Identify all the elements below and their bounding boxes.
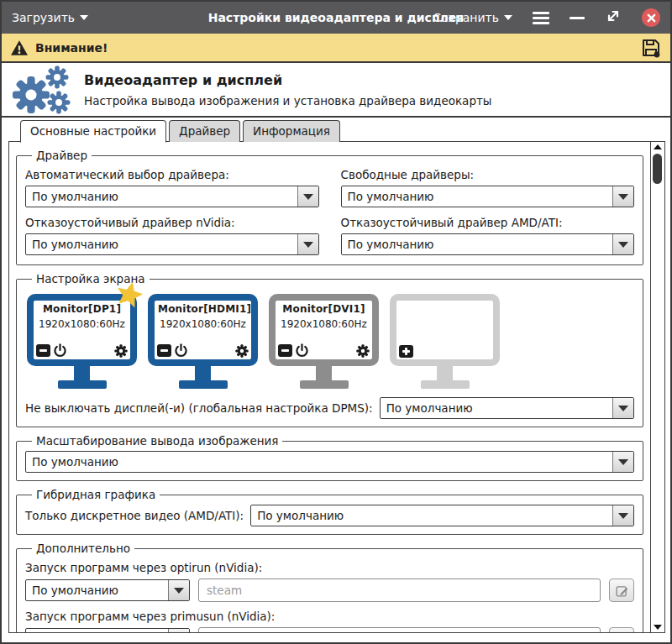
scroll-down-button[interactable] (651, 625, 664, 630)
driver-auto-select[interactable]: По умолчанию (25, 186, 319, 207)
monitor-power-button[interactable] (53, 343, 67, 358)
power-icon (295, 343, 309, 358)
power-icon (53, 343, 67, 358)
group-scaling-legend: Масштабирование вывода изображения (32, 434, 282, 448)
dropdown-arrow-icon (612, 505, 633, 526)
hybrid-discrete-label: Только дискретное видео (AMD/ATI): (25, 509, 244, 522)
titlebar: Настройки видеоадаптера и дисплея Загруз… (2, 2, 670, 34)
dropdown-arrow-icon (297, 234, 318, 254)
hamburger-menu-button[interactable] (533, 12, 549, 24)
monitor-power-button[interactable] (295, 343, 309, 358)
group-hybrid: Гибридная графика Только дискретное виде… (16, 488, 643, 535)
warning-label: Внимание! (35, 41, 108, 55)
primary-star-icon (115, 280, 144, 309)
optirun-edit-button[interactable] (609, 579, 634, 602)
monitor-settings-button[interactable] (114, 344, 128, 358)
monitor-disable-button[interactable] (36, 344, 50, 357)
monitor-base (300, 380, 349, 389)
driver-failsafe-nvidia-label: Отказоустойчивый драйвер nVidia: (25, 216, 319, 229)
gear-icon (114, 344, 128, 358)
monitor-mode: 1920x1080:60Hz (279, 318, 369, 330)
monitor-stand (437, 366, 453, 380)
dpms-label: Не выключать дисплей(-и) (глобальная нас… (25, 401, 373, 415)
close-icon (647, 13, 656, 23)
dropdown-arrow-icon (612, 186, 633, 207)
driver-failsafe-amd-label: Отказоустойчивый драйвер AMD/ATI: (341, 216, 635, 229)
dropdown-arrow-icon (612, 398, 633, 418)
chevron-down-icon (504, 15, 512, 20)
optirun-label: Запуск программ через optirun (nVidia): (25, 561, 634, 574)
monitor-mode: 1920x1080:60Hz (158, 318, 248, 330)
monitor-add-slot[interactable] (390, 294, 500, 389)
page-subtitle: Настройка вывода изображения и установка… (84, 94, 492, 107)
monitor-name: Monitor[DVI1] (279, 303, 369, 315)
monitor-power-button[interactable] (174, 343, 188, 358)
expand-icon (605, 8, 622, 24)
monitor-add-button[interactable] (399, 345, 413, 358)
chevron-down-icon (80, 15, 88, 20)
monitor-list: Monitor[DP1] 1920x1080:60Hz Monitor[HDMI… (27, 294, 634, 389)
monitor-hdmi1[interactable]: Monitor[HDMI1] 1920x1080:60Hz (148, 294, 258, 389)
group-hybrid-legend: Гибридная графика (32, 488, 160, 501)
monitor-name: Monitor[DP1] (37, 303, 127, 315)
monitor-name: Monitor[HDMI1] (158, 303, 248, 315)
monitor-base (421, 380, 470, 389)
group-screen: Настройка экрана Monitor[DP1] 1920x1080:… (16, 272, 643, 427)
arrow-up-icon (654, 144, 662, 149)
primusrun-select[interactable]: По умолчанию (25, 628, 190, 632)
dropdown-arrow-icon (297, 186, 318, 207)
minus-icon (160, 349, 168, 352)
tab-driver[interactable]: Драйвер (169, 120, 240, 142)
arrow-down-icon (654, 625, 662, 630)
floppy-save-icon (640, 37, 662, 59)
minus-icon (281, 349, 289, 352)
group-driver-legend: Драйвер (32, 149, 92, 162)
hybrid-discrete-select[interactable]: По умолчанию (250, 505, 634, 526)
monitor-dvi1[interactable]: Monitor[DVI1] 1920x1080:60Hz (269, 294, 379, 389)
optirun-command-input[interactable] (198, 579, 601, 602)
scroll-up-button[interactable] (651, 144, 664, 149)
monitor-disable-button[interactable] (157, 344, 171, 357)
group-scaling: Масштабирование вывода изображения По ум… (16, 434, 643, 481)
optirun-select[interactable]: По умолчанию (25, 579, 190, 601)
group-advanced: Дополнительно Запуск программ через opti… (16, 542, 643, 632)
scrollbar-thumb[interactable] (653, 154, 662, 184)
driver-failsafe-amd-select[interactable]: По умолчанию (341, 233, 635, 255)
tab-main-settings[interactable]: Основные настройки (20, 120, 166, 143)
warning-bar: Внимание! (2, 34, 670, 63)
gear-icon (235, 344, 249, 358)
monitor-base (179, 380, 228, 389)
load-menu-button[interactable]: Загрузить (12, 11, 88, 24)
monitor-disable-button[interactable] (278, 344, 292, 357)
close-button[interactable] (642, 8, 660, 27)
primusrun-edit-button[interactable] (609, 627, 634, 632)
scaling-select[interactable]: По умолчанию (25, 451, 634, 473)
load-menu-label: Загрузить (12, 11, 75, 24)
minimize-button[interactable] (570, 17, 585, 19)
page-title: Видеоадаптер и дисплей (84, 72, 492, 88)
monitor-stand (74, 366, 90, 380)
gear-icon (356, 344, 370, 358)
driver-failsafe-nvidia-select[interactable]: По умолчанию (25, 233, 319, 255)
driver-free-select[interactable]: По умолчанию (341, 186, 635, 207)
power-icon (174, 343, 188, 358)
dpms-select[interactable]: По умолчанию (380, 397, 634, 419)
monitor-stand (316, 366, 332, 380)
monitor-dp1[interactable]: Monitor[DP1] 1920x1080:60Hz (27, 294, 137, 389)
monitor-settings-button[interactable] (356, 344, 370, 358)
dropdown-arrow-icon (612, 452, 633, 472)
primusrun-command-input[interactable] (198, 627, 601, 632)
save-config-button[interactable] (640, 37, 662, 59)
save-menu-button[interactable]: Сохранить (433, 11, 512, 24)
tab-information[interactable]: Информация (243, 120, 340, 142)
app-header: Видеоадаптер и дисплей Настройка вывода … (2, 63, 670, 118)
monitor-settings-button[interactable] (235, 344, 249, 358)
edit-pencil-icon (615, 632, 629, 633)
monitor-mode: 1920x1080:60Hz (37, 318, 127, 330)
dropdown-arrow-icon (612, 234, 633, 254)
edit-pencil-icon (615, 584, 629, 598)
vertical-scrollbar[interactable] (650, 142, 664, 632)
group-advanced-legend: Дополнительно (32, 542, 134, 555)
fullscreen-button[interactable] (605, 8, 622, 28)
monitor-stand (195, 366, 211, 380)
